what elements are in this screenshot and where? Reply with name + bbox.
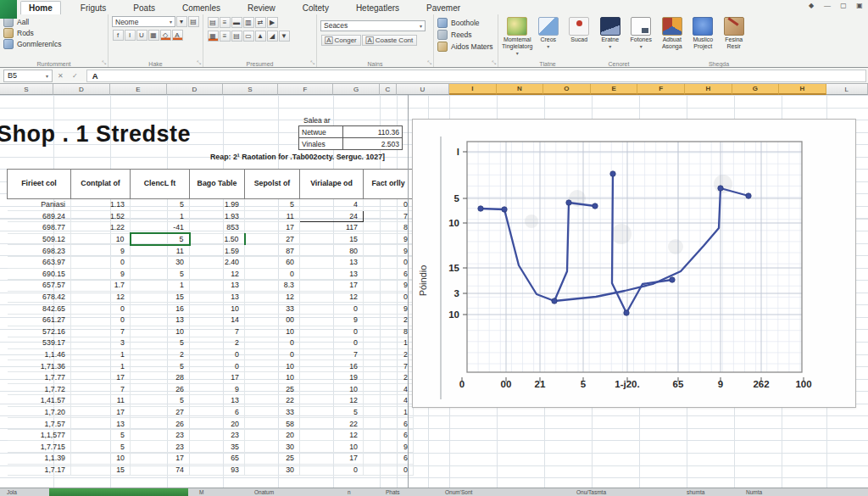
cell[interactable]: 58 — [245, 418, 300, 430]
cell[interactable]: 22 — [300, 418, 364, 430]
tab-review[interactable]: Review — [240, 2, 283, 14]
cell[interactable]: 23 — [131, 429, 190, 441]
cell[interactable]: 15 — [300, 233, 364, 245]
cell[interactable]: 6 — [364, 268, 414, 280]
cell[interactable]: 1 — [71, 360, 131, 372]
column-header-s-0[interactable]: S — [0, 84, 53, 95]
column-header-highlighted-g-6[interactable]: G — [732, 84, 780, 95]
big-button-tools[interactable]: Fesina Resir — [719, 16, 750, 50]
font-style-button-a[interactable]: A — [172, 30, 183, 41]
big-button-frames[interactable]: Fotones▾ — [626, 16, 657, 49]
number-format-dropdown[interactable]: Seaces ▾ — [320, 20, 426, 31]
sheet-tab-2[interactable]: M — [199, 489, 203, 495]
cell[interactable]: 509.12 — [8, 233, 71, 245]
cell[interactable]: 7 — [300, 348, 364, 360]
cell[interactable]: 690.15 — [8, 268, 71, 280]
summary-row-label[interactable]: Vinales — [299, 138, 343, 150]
table-header-cell[interactable]: Bago Table — [190, 170, 245, 199]
dialog-launcher-icon[interactable]: ⤡ — [310, 60, 314, 66]
alignment-button[interactable]: ▭ — [243, 31, 254, 42]
cell[interactable]: 12 — [300, 429, 364, 441]
cell[interactable]: 661.27 — [8, 314, 71, 326]
cell[interactable]: 12 — [190, 268, 245, 280]
column-header-g-6[interactable]: G — [333, 84, 380, 95]
cell[interactable]: 1,7.715 — [8, 441, 71, 453]
style-button-coaste-cont[interactable]: 🄰 Coaste Cont — [362, 35, 418, 46]
cell[interactable]: 0 — [245, 268, 300, 280]
summary-row-value[interactable]: 2.503 — [343, 138, 403, 150]
cell[interactable]: 16 — [300, 360, 364, 372]
cell[interactable]: 11 — [131, 245, 190, 257]
cell[interactable]: 539.17 — [8, 337, 71, 349]
sheet-tab-9[interactable]: Numta — [746, 489, 762, 495]
cell[interactable]: 00 — [245, 314, 300, 326]
cell[interactable]: 0 — [300, 337, 364, 349]
cell[interactable]: 10 — [245, 371, 300, 383]
cell[interactable]: 33 — [245, 406, 300, 418]
cell[interactable]: 12 — [300, 291, 364, 303]
cell[interactable]: 10 — [190, 303, 245, 315]
cell[interactable]: 1,7.57 — [8, 418, 71, 430]
cell[interactable]: 24 — [300, 210, 364, 222]
cell[interactable]: Paniasi — [8, 199, 71, 211]
dialog-launcher-icon[interactable]: ⤡ — [492, 60, 496, 66]
clipboard-item-3[interactable]: Gonmlerenlcs — [3, 39, 104, 49]
cell[interactable]: 26 — [131, 383, 190, 395]
cell[interactable]: 6 — [364, 453, 414, 465]
cell[interactable]: 10 — [71, 233, 131, 245]
cell[interactable]: 0 — [300, 464, 364, 476]
cell[interactable]: 2 — [364, 371, 414, 383]
cell[interactable]: 663.97 — [8, 256, 71, 268]
tab-comenles[interactable]: Comenles — [175, 2, 228, 14]
alignment-button[interactable]: ▬ — [231, 17, 242, 28]
column-header-e-2[interactable]: E — [110, 84, 167, 95]
chart[interactable]: 0002151-j20.659262100l51015310Póindio — [412, 119, 856, 408]
cell[interactable]: 10 — [245, 360, 300, 372]
cell[interactable]: 0 — [364, 256, 414, 268]
column-header-d-1[interactable]: D — [53, 84, 110, 95]
cell[interactable]: 7 — [71, 326, 131, 337]
column-header-s-4[interactable]: S — [223, 84, 278, 95]
cell[interactable]: 8.3 — [245, 280, 300, 292]
font-size-up-button[interactable]: ▾ — [176, 16, 187, 27]
summary-row-label[interactable]: Netwue — [299, 126, 343, 138]
font-style-button-u[interactable]: U — [136, 30, 147, 41]
cell[interactable]: 30 — [131, 256, 190, 268]
column-header-c-7[interactable]: C — [380, 84, 397, 95]
cell[interactable]: 0 — [190, 348, 245, 360]
cell[interactable]: 1 — [364, 406, 414, 418]
cell[interactable]: 19 — [300, 371, 364, 383]
sheet-tab-5[interactable]: Phats — [386, 489, 400, 495]
cell[interactable]: 9 — [364, 245, 414, 257]
cell[interactable]: 2 — [364, 314, 414, 326]
cell[interactable]: 4 — [364, 383, 414, 395]
alignment-button[interactable]: ≡ — [220, 31, 231, 42]
sheet-tab-7[interactable]: Onu/Tasmta — [576, 489, 606, 495]
cell[interactable]: 5 — [131, 268, 190, 280]
cell[interactable]: 698.23 — [8, 245, 71, 257]
cell[interactable]: 27 — [245, 233, 300, 245]
cell[interactable]: 17 — [300, 453, 364, 465]
font-style-button-i[interactable]: I — [125, 30, 136, 41]
cell[interactable]: 23 — [190, 429, 245, 441]
cell[interactable]: 10 — [71, 453, 131, 465]
cell[interactable]: 17 — [300, 280, 364, 292]
cell[interactable]: 1.7 — [71, 280, 131, 292]
cell[interactable]: 0 — [190, 360, 245, 372]
cell[interactable]: 74 — [131, 464, 190, 476]
cell[interactable]: 27 — [131, 406, 190, 418]
cell[interactable]: 5 — [245, 199, 300, 211]
cell[interactable]: 8 — [364, 222, 414, 234]
alignment-button[interactable]: ▥ — [243, 17, 254, 28]
cell[interactable]: 22 — [245, 395, 300, 407]
cell[interactable]: 4 — [364, 395, 414, 407]
cell[interactable]: 11 — [245, 210, 300, 222]
cell[interactable]: 10 — [300, 383, 364, 395]
column-header-highlighted-h-5[interactable]: H — [685, 84, 732, 95]
cell[interactable]: 3 — [71, 337, 131, 349]
cell[interactable]: 10 — [300, 441, 364, 453]
cell[interactable]: 12 — [245, 291, 300, 303]
sheet-tab-1[interactable]: Jola — [7, 489, 17, 495]
alignment-button[interactable]: ▼ — [279, 31, 290, 42]
dialog-launcher-icon[interactable]: ⤡ — [427, 60, 431, 66]
